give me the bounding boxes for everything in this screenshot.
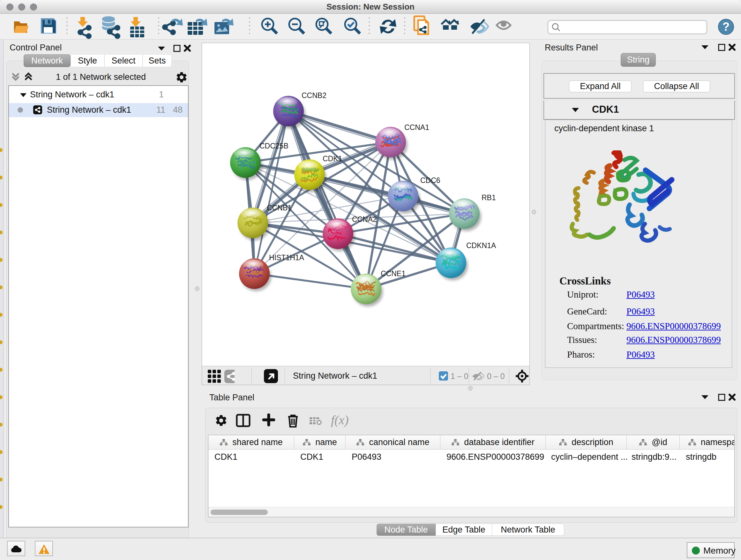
- svg-text:HIST1H1A: HIST1H1A: [269, 253, 305, 262]
- svg-text:CCNA2: CCNA2: [352, 215, 377, 224]
- svg-text:CCNB1: CCNB1: [267, 204, 292, 212]
- svg-text:CDC25B: CDC25B: [259, 142, 288, 150]
- svg-text:?: ?: [723, 20, 730, 33]
- svg-text:CDC6: CDC6: [420, 176, 441, 185]
- svg-text:CCNE1: CCNE1: [381, 269, 406, 278]
- svg-text:RB1: RB1: [482, 193, 496, 202]
- svg-text:CDKN1A: CDKN1A: [466, 241, 496, 250]
- svg-text:CDK1: CDK1: [323, 154, 342, 163]
- svg-text:f(x): f(x): [331, 414, 349, 427]
- svg-text:CCNB2: CCNB2: [301, 91, 327, 100]
- svg-text:CCNA1: CCNA1: [404, 123, 429, 132]
